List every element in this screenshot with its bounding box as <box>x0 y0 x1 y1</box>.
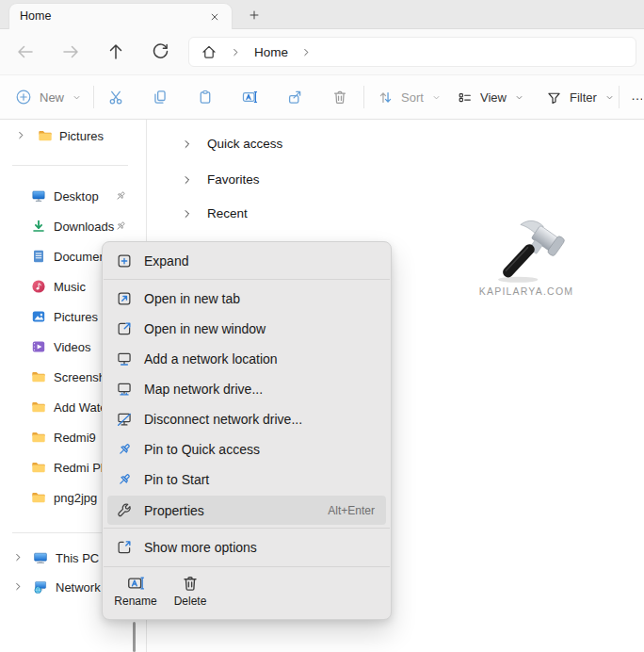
menu-action-label: Delete <box>163 595 217 608</box>
copy-icon <box>152 89 169 106</box>
command-toolbar: New Sort View Filter … <box>0 74 644 120</box>
home-icon[interactable] <box>201 43 217 60</box>
sidebar-item-label: png2jpg <box>54 491 97 505</box>
toolbar-separator <box>363 86 364 108</box>
view-button[interactable]: View <box>457 75 524 119</box>
menu-item-pin-to-start[interactable]: Pin to Start <box>103 465 391 495</box>
more-options-button[interactable]: … <box>631 88 642 106</box>
menu-item-pin-to-quick-access[interactable]: Pin to Quick access <box>103 434 391 465</box>
sidebar-item-label: Pictures <box>54 310 98 324</box>
new-button[interactable]: New <box>15 75 82 119</box>
document-icon <box>31 249 46 264</box>
menu-item-label: Map network drive... <box>144 382 263 397</box>
menu-item-shortcut: Alt+Enter <box>328 504 375 517</box>
disconnect-network-drive-icon <box>116 411 133 428</box>
refresh-icon <box>152 42 169 60</box>
sidebar-item-label: This PC <box>56 551 99 565</box>
chevron-down-icon <box>431 92 442 103</box>
pin-icon <box>114 220 127 233</box>
menu-item-disconnect-network-drive[interactable]: Disconnect network drive... <box>103 404 391 434</box>
pictures-icon <box>31 309 46 324</box>
chevron-down-icon <box>604 92 615 103</box>
menu-item-properties[interactable]: Properties Alt+Enter <box>107 496 386 525</box>
refresh-button[interactable] <box>152 42 170 61</box>
menu-item-open-in-new-window[interactable]: Open in new window <box>103 314 391 344</box>
breadcrumb-chevron-icon[interactable] <box>301 47 312 57</box>
breadcrumb-home[interactable]: Home <box>254 45 288 59</box>
menu-item-label: Disconnect network drive... <box>144 412 302 427</box>
copy-button[interactable] <box>148 86 172 108</box>
paste-button[interactable] <box>193 86 217 108</box>
menu-divider <box>104 279 390 280</box>
group-favorites[interactable]: Favorites <box>147 166 636 194</box>
menu-item-label: Open in new tab <box>144 291 240 306</box>
sidebar-item-downloads[interactable]: Downloads <box>0 211 143 241</box>
sidebar-item-desktop[interactable]: Desktop <box>0 181 143 211</box>
sidebar-divider <box>12 165 128 166</box>
file-explorer-window: Home Home New <box>0 0 644 652</box>
breadcrumb-chevron-icon <box>231 47 241 57</box>
menu-item-add-network-location[interactable]: Add a network location <box>103 344 391 374</box>
pin-icon <box>116 471 133 488</box>
menu-delete-button[interactable]: Delete <box>163 572 217 617</box>
up-arrow-icon <box>106 42 125 61</box>
folder-icon <box>31 399 46 415</box>
navigation-bar: Home <box>0 29 644 74</box>
videos-icon <box>31 339 46 354</box>
menu-item-label: Pin to Start <box>144 472 209 487</box>
chevron-right-icon[interactable] <box>182 174 193 186</box>
toolbar-separator <box>619 86 620 108</box>
share-icon <box>286 89 303 106</box>
new-tab-button[interactable] <box>242 5 266 24</box>
rename-button[interactable] <box>237 86 262 108</box>
desktop-icon <box>31 188 46 204</box>
close-icon <box>209 11 220 23</box>
paste-icon <box>197 89 214 106</box>
open-in-new-window-icon <box>116 320 133 337</box>
share-button[interactable] <box>282 86 307 108</box>
up-button[interactable] <box>106 42 125 61</box>
menu-item-label: Pin to Quick access <box>144 442 260 457</box>
menu-item-expand[interactable]: Expand <box>103 246 391 276</box>
address-bar[interactable]: Home <box>188 37 636 67</box>
menu-item-map-network-drive[interactable]: Map network drive... <box>103 374 391 404</box>
folder-icon <box>31 460 46 475</box>
menu-item-label: Properties <box>144 503 204 518</box>
menu-item-show-more-options[interactable]: Show more options <box>103 532 391 562</box>
delete-button[interactable] <box>328 86 352 108</box>
menu-rename-button[interactable]: Rename <box>108 572 163 617</box>
tab-close-button[interactable] <box>205 8 223 25</box>
delete-trash-icon <box>181 574 200 593</box>
chevron-right-icon[interactable] <box>182 139 193 150</box>
chevron-down-icon <box>72 92 82 103</box>
cut-button[interactable] <box>104 86 128 108</box>
sidebar-item-label: Desktop <box>54 189 99 204</box>
properties-wrench-icon <box>116 502 133 519</box>
pin-icon <box>116 441 133 458</box>
back-button[interactable] <box>16 42 35 61</box>
group-label: Recent <box>207 206 248 220</box>
chevron-right-icon[interactable] <box>13 581 24 592</box>
chevron-right-icon[interactable] <box>13 552 24 562</box>
add-network-location-icon <box>116 350 133 367</box>
group-label: Favorites <box>207 172 260 187</box>
group-quick-access[interactable]: Quick access <box>147 130 636 158</box>
view-icon <box>457 90 473 106</box>
this-pc-icon <box>33 550 48 565</box>
menu-item-open-in-new-tab[interactable]: Open in new tab <box>103 284 391 314</box>
sidebar-scrollbar-thumb[interactable] <box>133 622 136 652</box>
toolbar-separator <box>93 86 94 108</box>
chevron-right-icon[interactable] <box>182 208 193 220</box>
sort-icon <box>378 90 394 106</box>
menu-item-label: Show more options <box>144 540 257 555</box>
forward-button[interactable] <box>61 42 80 61</box>
sort-button-label: Sort <box>401 90 424 105</box>
sidebar-item-label: Music <box>54 280 86 294</box>
sidebar-item-pictures-tree[interactable]: Pictures <box>0 121 143 151</box>
sort-button[interactable]: Sort <box>378 75 442 119</box>
map-network-drive-icon <box>116 381 133 398</box>
filter-button[interactable]: Filter <box>546 75 615 119</box>
sidebar-item-label: Redmi9 <box>54 431 96 445</box>
tab-home[interactable]: Home <box>8 3 233 29</box>
chevron-right-icon[interactable] <box>16 130 26 140</box>
